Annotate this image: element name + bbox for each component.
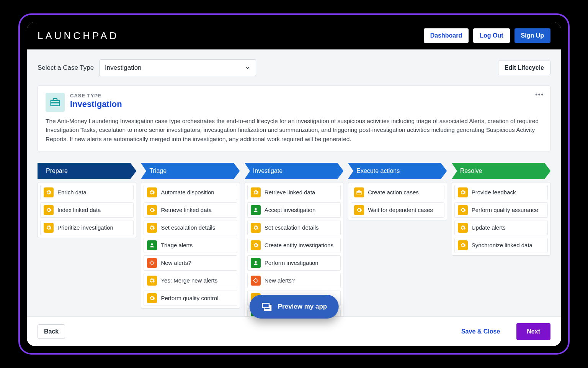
- step-label: Synchronize linked data: [472, 242, 532, 248]
- step-label: New alerts?: [161, 260, 191, 266]
- lifecycle-stages: PrepareEnrich dataIndex linked dataPrior…: [38, 163, 550, 316]
- step-item[interactable]: Yes: Merge new alerts: [144, 273, 237, 288]
- stage-name: Investigate: [253, 168, 283, 174]
- step-label: Prioritize investigation: [57, 224, 113, 231]
- step-item[interactable]: Synchronize linked data: [454, 238, 548, 253]
- step-item[interactable]: Prioritize investigation: [40, 220, 134, 235]
- step-item[interactable]: Accept investigation: [247, 202, 341, 218]
- stage-body: Provide feedbackPerform quality assuranc…: [452, 182, 550, 256]
- step-label: Enrich data: [57, 189, 87, 196]
- stage-body: Enrich dataIndex linked dataPrioritize i…: [38, 182, 136, 238]
- brand-text: LAUNCHPAD: [38, 30, 119, 42]
- top-nav: Dashboard Log Out Sign Up: [424, 28, 550, 43]
- step-item[interactable]: Perform quality assurance: [454, 202, 548, 218]
- step-label: Wait for dependent cases: [368, 207, 433, 213]
- step-item[interactable]: Perform quality control: [144, 291, 237, 306]
- diamond-icon: [147, 258, 157, 268]
- logout-button[interactable]: Log Out: [473, 28, 510, 43]
- dashboard-button[interactable]: Dashboard: [424, 28, 469, 43]
- stage-name: Resolve: [460, 168, 482, 174]
- step-item[interactable]: Wait for dependent cases: [351, 202, 444, 218]
- gear-icon: [251, 187, 261, 197]
- step-item[interactable]: New alerts?: [144, 255, 237, 271]
- top-bar: LAUNCHPAD Dashboard Log Out Sign Up: [27, 22, 561, 49]
- step-item[interactable]: Index linked data: [40, 202, 134, 218]
- step-item[interactable]: New alerts?: [247, 273, 341, 288]
- step-label: Set escalation details: [161, 224, 215, 231]
- gear-icon: [147, 205, 157, 215]
- step-item[interactable]: Retrieve linked data: [247, 185, 341, 200]
- step-label: Accept investigation: [265, 207, 315, 213]
- gear-icon: [147, 276, 157, 286]
- stage-column: InvestigateRetrieve linked dataAccept in…: [245, 163, 343, 316]
- stage-header[interactable]: Resolve: [452, 163, 550, 179]
- step-item[interactable]: Create action cases: [351, 185, 444, 200]
- step-item[interactable]: Update alerts: [454, 220, 548, 235]
- gear-icon: [458, 223, 468, 233]
- stage-name: Prepare: [46, 168, 68, 174]
- step-label: Create action cases: [368, 189, 419, 196]
- back-button[interactable]: Back: [38, 324, 65, 339]
- step-label: New alerts?: [265, 277, 295, 284]
- preview-label: Preview my app: [278, 303, 327, 310]
- step-item[interactable]: Enrich data: [40, 185, 134, 200]
- save-close-button[interactable]: Save & Close: [455, 324, 506, 339]
- monitor-icon: [261, 301, 273, 312]
- preview-app-button[interactable]: Preview my app: [250, 295, 339, 319]
- case-title: Investigation: [70, 99, 122, 109]
- signup-button[interactable]: Sign Up: [514, 28, 550, 43]
- stage-name: Execute actions: [356, 168, 400, 174]
- step-label: Perform quality assurance: [472, 207, 538, 213]
- gear-icon: [458, 205, 468, 215]
- selector-row: Select a Case Type Investigation Edit Li…: [38, 59, 550, 76]
- step-label: Create entity investigations: [265, 242, 333, 248]
- gear-icon: [44, 223, 54, 233]
- step-label: Provide feedback: [472, 189, 516, 196]
- person-icon: [251, 205, 261, 215]
- step-item[interactable]: Provide feedback: [454, 185, 548, 200]
- step-item[interactable]: Triage alerts: [144, 238, 237, 253]
- step-label: Automate disposition: [161, 189, 214, 196]
- next-button[interactable]: Next: [516, 323, 550, 340]
- stage-header[interactable]: Investigate: [245, 163, 343, 179]
- gear-icon: [44, 205, 54, 215]
- stage-column: ResolveProvide feedbackPerform quality a…: [452, 163, 550, 316]
- case-description: The Anti-Money Laundering Investigation …: [46, 117, 542, 143]
- step-item[interactable]: Set escalation details: [144, 220, 237, 235]
- case-type-value: Investigation: [105, 64, 141, 72]
- brief-icon: [354, 187, 364, 197]
- stage-header[interactable]: Triage: [141, 163, 240, 179]
- stage-body: Create action casesWait for dependent ca…: [348, 182, 447, 220]
- briefcase-icon: [46, 93, 65, 112]
- gear-icon: [458, 240, 468, 250]
- person-icon: [147, 240, 157, 250]
- case-meta: CASE TYPE: [70, 93, 122, 99]
- step-item[interactable]: Create entity investigations: [247, 238, 341, 253]
- case-type-select[interactable]: Investigation: [99, 59, 256, 76]
- step-item[interactable]: Retrieve linked data: [144, 202, 237, 218]
- step-label: Triage alerts: [161, 242, 193, 248]
- stage-column: TriageAutomate dispositionRetrieve linke…: [141, 163, 240, 316]
- stage-column: Execute actionsCreate action casesWait f…: [348, 163, 447, 316]
- gear-icon: [147, 223, 157, 233]
- chevron-down-icon: [245, 65, 250, 71]
- main-content: Select a Case Type Investigation Edit Li…: [27, 49, 561, 316]
- gear-icon: [147, 293, 157, 303]
- stage-header[interactable]: Execute actions: [348, 163, 447, 179]
- card-more-icon[interactable]: •••: [535, 91, 544, 98]
- stage-column: PrepareEnrich dataIndex linked dataPrior…: [38, 163, 136, 316]
- edit-lifecycle-button[interactable]: Edit Lifecycle: [498, 61, 550, 75]
- gear-icon: [147, 187, 157, 197]
- step-item[interactable]: Set escalation details: [247, 220, 341, 235]
- person-icon: [251, 258, 261, 268]
- stage-header[interactable]: Prepare: [38, 163, 136, 179]
- step-item[interactable]: Automate disposition: [144, 185, 237, 200]
- step-item[interactable]: Perform investigation: [247, 255, 341, 271]
- case-type-card: ••• CASE TYPE Investigation The Anti-Mon…: [38, 85, 550, 151]
- step-label: Update alerts: [472, 224, 506, 231]
- step-label: Retrieve linked data: [265, 189, 315, 196]
- step-label: Index linked data: [57, 207, 101, 213]
- gear-icon: [251, 223, 261, 233]
- brand-logo: LAUNCHPAD: [38, 30, 119, 42]
- step-label: Yes: Merge new alerts: [161, 277, 217, 284]
